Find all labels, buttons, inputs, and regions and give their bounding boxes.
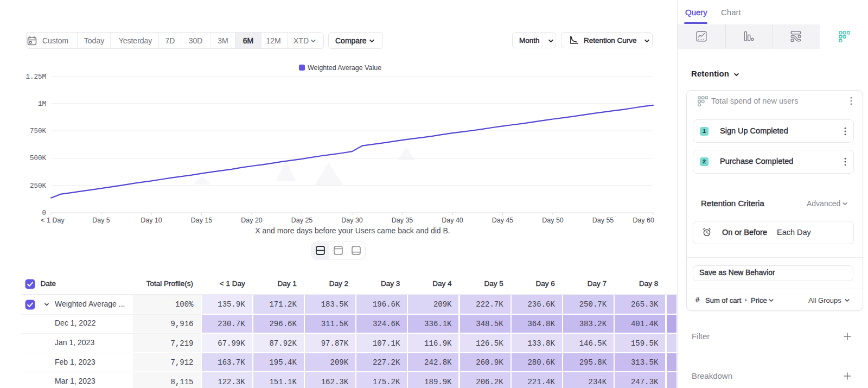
svg-text:Day 35: Day 35 — [392, 217, 413, 224]
svg-text:Day 30: Day 30 — [341, 217, 363, 224]
svg-text:1.25M: 1.25M — [25, 73, 46, 81]
svg-text:250K: 250K — [30, 182, 47, 190]
svg-text:X and more days before your Us: X and more days before your Users came b… — [255, 226, 450, 235]
svg-text:Day 40: Day 40 — [442, 217, 463, 224]
svg-text:0: 0 — [42, 209, 46, 217]
svg-text:Day 55: Day 55 — [592, 217, 614, 224]
svg-text:Day 45: Day 45 — [492, 217, 514, 224]
svg-text:750K: 750K — [30, 128, 47, 135]
svg-text:500K: 500K — [30, 155, 47, 162]
svg-text:1M: 1M — [38, 100, 46, 108]
svg-text:Day 10: Day 10 — [141, 217, 162, 224]
svg-text:Day 50: Day 50 — [542, 217, 564, 224]
svg-text:Day 25: Day 25 — [291, 217, 313, 224]
svg-text:Day 60: Day 60 — [633, 217, 654, 224]
svg-text:Day 20: Day 20 — [241, 217, 263, 224]
svg-text:< 1 Day: < 1 Day — [41, 217, 65, 224]
svg-text:Day 5: Day 5 — [92, 217, 110, 224]
svg-text:Day 15: Day 15 — [191, 217, 213, 224]
